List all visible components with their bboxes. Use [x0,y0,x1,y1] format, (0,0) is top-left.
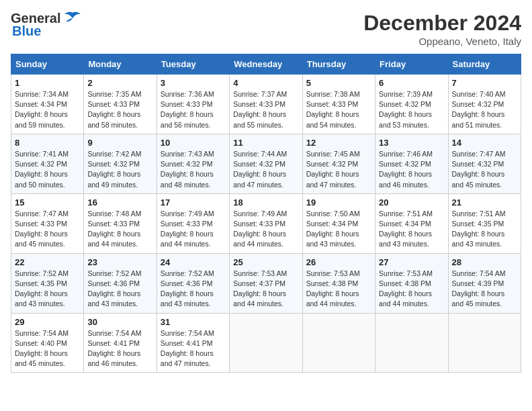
sunset-label: Sunset: 4:32 PM [233,160,285,168]
sunset-label: Sunset: 4:32 PM [87,160,140,168]
day-number: 5 [306,78,371,88]
day-number: 17 [161,197,226,208]
daylight-label: Daylight: 8 hours and 58 minutes. [87,110,140,128]
daylight-label: Daylight: 8 hours and 47 minutes. [233,170,286,188]
calendar-day-header: Thursday [302,54,375,75]
calendar-day-cell [448,313,521,373]
daylight-label: Daylight: 8 hours and 44 minutes. [306,289,359,308]
day-info: Sunrise: 7:54 AM Sunset: 4:41 PM Dayligh… [87,328,152,369]
daylight-label: Daylight: 8 hours and 43 minutes. [15,289,68,308]
calendar-day-cell: 6 Sunrise: 7:39 AM Sunset: 4:32 PM Dayli… [375,75,448,134]
sunrise-label: Sunrise: 7:49 AM [161,210,214,218]
calendar-day-cell: 19 Sunrise: 7:50 AM Sunset: 4:34 PM Dayl… [302,193,375,253]
calendar-header-row: SundayMondayTuesdayWednesdayThursdayFrid… [11,54,521,75]
calendar-day-cell: 26 Sunrise: 7:53 AM Sunset: 4:38 PM Dayl… [302,253,375,313]
day-info: Sunrise: 7:38 AM Sunset: 4:33 PM Dayligh… [306,89,371,130]
sunset-label: Sunset: 4:37 PM [233,279,285,287]
day-info: Sunrise: 7:51 AM Sunset: 4:34 PM Dayligh… [379,209,444,250]
daylight-label: Daylight: 8 hours and 44 minutes. [379,289,432,308]
daylight-label: Daylight: 8 hours and 54 minutes. [306,110,359,128]
day-info: Sunrise: 7:49 AM Sunset: 4:33 PM Dayligh… [233,209,298,250]
sunrise-label: Sunrise: 7:48 AM [87,210,141,218]
sunrise-label: Sunrise: 7:45 AM [306,150,360,158]
sunrise-label: Sunrise: 7:53 AM [379,269,433,277]
day-number: 30 [87,317,152,327]
day-number: 20 [379,197,444,208]
daylight-label: Daylight: 8 hours and 53 minutes. [379,110,432,128]
calendar-day-header: Monday [84,54,157,75]
day-number: 14 [452,138,517,148]
daylight-label: Daylight: 8 hours and 43 minutes. [87,289,140,308]
calendar-day-cell: 3 Sunrise: 7:36 AM Sunset: 4:33 PM Dayli… [157,75,229,134]
calendar-day-cell: 16 Sunrise: 7:48 AM Sunset: 4:33 PM Dayl… [84,193,157,253]
sunset-label: Sunset: 4:39 PM [452,279,504,287]
day-number: 25 [233,257,298,267]
day-info: Sunrise: 7:52 AM Sunset: 4:36 PM Dayligh… [87,269,152,310]
daylight-label: Daylight: 8 hours and 46 minutes. [87,349,140,367]
day-number: 31 [161,317,226,327]
day-info: Sunrise: 7:53 AM Sunset: 4:38 PM Dayligh… [379,269,444,310]
sunrise-label: Sunrise: 7:36 AM [161,90,214,98]
day-info: Sunrise: 7:46 AM Sunset: 4:32 PM Dayligh… [379,149,444,190]
day-number: 9 [87,138,152,148]
day-info: Sunrise: 7:52 AM Sunset: 4:36 PM Dayligh… [161,269,226,310]
daylight-label: Daylight: 8 hours and 43 minutes. [452,230,505,248]
day-info: Sunrise: 7:48 AM Sunset: 4:33 PM Dayligh… [87,209,152,250]
sunset-label: Sunset: 4:32 PM [161,160,213,168]
daylight-label: Daylight: 8 hours and 49 minutes. [87,170,140,188]
day-info: Sunrise: 7:36 AM Sunset: 4:33 PM Dayligh… [161,89,226,130]
day-info: Sunrise: 7:51 AM Sunset: 4:35 PM Dayligh… [452,209,517,250]
daylight-label: Daylight: 8 hours and 43 minutes. [379,230,432,248]
sunset-label: Sunset: 4:32 PM [15,160,67,168]
sunrise-label: Sunrise: 7:53 AM [233,269,287,277]
day-info: Sunrise: 7:40 AM Sunset: 4:32 PM Dayligh… [452,89,517,130]
daylight-label: Daylight: 8 hours and 43 minutes. [161,289,214,308]
sunrise-label: Sunrise: 7:53 AM [306,269,360,277]
calendar-day-cell: 14 Sunrise: 7:47 AM Sunset: 4:32 PM Dayl… [448,134,521,193]
sunrise-label: Sunrise: 7:54 AM [87,329,141,337]
day-number: 16 [87,197,152,208]
day-number: 27 [379,257,444,267]
day-info: Sunrise: 7:47 AM Sunset: 4:33 PM Dayligh… [15,209,80,250]
day-info: Sunrise: 7:47 AM Sunset: 4:32 PM Dayligh… [452,149,517,190]
sunset-label: Sunset: 4:32 PM [452,160,504,168]
daylight-label: Daylight: 8 hours and 48 minutes. [161,170,214,188]
sunset-label: Sunset: 4:33 PM [161,100,213,108]
page-header: General Blue December 2024 Oppeano, Vene… [11,11,521,47]
logo: General Blue [11,11,82,39]
day-info: Sunrise: 7:54 AM Sunset: 4:41 PM Dayligh… [161,328,226,369]
logo-bird-icon [63,11,82,26]
day-number: 26 [306,257,371,267]
sunrise-label: Sunrise: 7:51 AM [452,210,506,218]
sunrise-label: Sunrise: 7:35 AM [87,90,141,98]
day-info: Sunrise: 7:37 AM Sunset: 4:33 PM Dayligh… [233,89,298,130]
sunrise-label: Sunrise: 7:42 AM [87,150,141,158]
day-number: 22 [15,257,80,267]
daylight-label: Daylight: 8 hours and 46 minutes. [379,170,432,188]
day-number: 13 [379,138,444,148]
day-info: Sunrise: 7:49 AM Sunset: 4:33 PM Dayligh… [161,209,226,250]
calendar-day-cell [230,313,302,373]
day-number: 10 [161,138,226,148]
calendar-day-header: Friday [375,54,448,75]
calendar-day-cell: 10 Sunrise: 7:43 AM Sunset: 4:32 PM Dayl… [157,134,229,193]
daylight-label: Daylight: 8 hours and 56 minutes. [161,110,214,128]
sunrise-label: Sunrise: 7:40 AM [452,90,506,98]
daylight-label: Daylight: 8 hours and 47 minutes. [161,349,214,367]
day-info: Sunrise: 7:42 AM Sunset: 4:32 PM Dayligh… [87,149,152,190]
daylight-label: Daylight: 8 hours and 50 minutes. [15,170,68,188]
day-info: Sunrise: 7:41 AM Sunset: 4:32 PM Dayligh… [15,149,80,190]
calendar-day-cell: 15 Sunrise: 7:47 AM Sunset: 4:33 PM Dayl… [11,193,84,253]
sunset-label: Sunset: 4:35 PM [15,279,67,287]
sunrise-label: Sunrise: 7:43 AM [161,150,214,158]
day-info: Sunrise: 7:54 AM Sunset: 4:39 PM Dayligh… [452,269,517,310]
daylight-label: Daylight: 8 hours and 44 minutes. [233,230,286,248]
day-number: 24 [161,257,226,267]
calendar-day-header: Wednesday [230,54,302,75]
sunset-label: Sunset: 4:32 PM [379,100,431,108]
title-area: December 2024 Oppeano, Veneto, Italy [363,11,521,47]
sunrise-label: Sunrise: 7:47 AM [452,150,506,158]
calendar-day-cell: 23 Sunrise: 7:52 AM Sunset: 4:36 PM Dayl… [84,253,157,313]
sunrise-label: Sunrise: 7:50 AM [306,210,360,218]
daylight-label: Daylight: 8 hours and 55 minutes. [233,110,286,128]
